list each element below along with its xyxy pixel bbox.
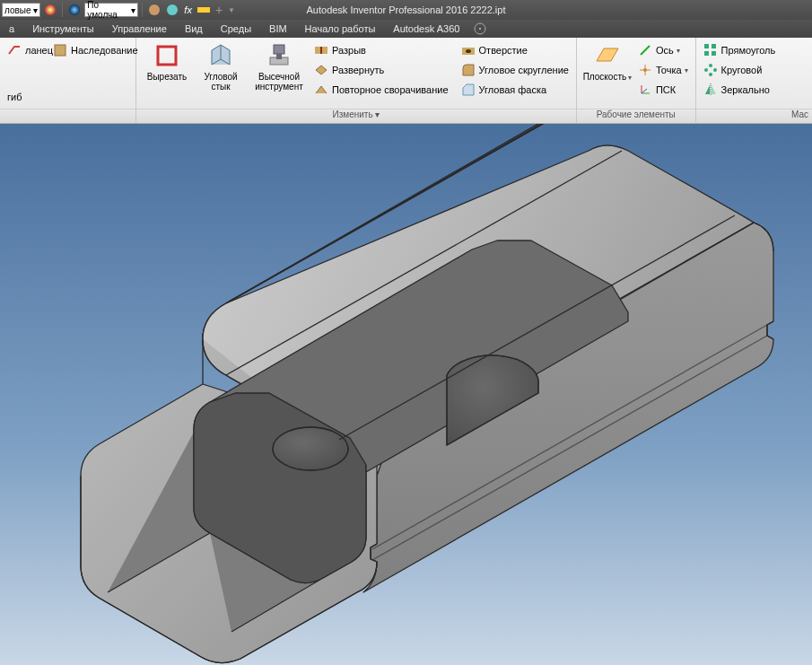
svg-point-0	[45, 4, 56, 15]
tab-environments[interactable]: Среды	[212, 20, 260, 38]
refold-label: Повторное сворачивание	[332, 84, 449, 95]
svg-point-27	[713, 68, 717, 72]
qat-sphere2-icon[interactable]	[164, 4, 180, 16]
punch-button[interactable]: Высечной инструмент	[248, 39, 310, 92]
plane-button[interactable]: Плоскость	[581, 39, 634, 92]
svg-rect-8	[158, 47, 176, 65]
bend-button[interactable]: гиб	[4, 87, 132, 107]
unfold-button[interactable]: Развернуть	[310, 60, 452, 80]
corner-chamfer-button[interactable]: Угловая фаска	[458, 80, 572, 100]
svg-rect-4	[197, 7, 210, 13]
tab-getstarted[interactable]: Начало работы	[296, 20, 385, 38]
circ-pattern-button[interactable]: Круговой	[700, 60, 780, 80]
flange-button[interactable]: ланец Наследование	[4, 40, 132, 60]
tab-a360[interactable]: Autodesk A360	[384, 20, 468, 38]
mirror-icon	[703, 83, 718, 97]
svg-rect-6	[479, 28, 481, 30]
svg-point-1	[69, 4, 80, 15]
rect-pattern-label: Прямоуголь	[721, 45, 776, 56]
flange-label: ланец	[25, 45, 53, 56]
tab-trunc-left[interactable]: а	[0, 20, 23, 38]
panel-work-features: Плоскость Ось▾ Точка▾ ПСК Рабочие элемен…	[577, 38, 696, 123]
cut-button[interactable]: Вырезать	[140, 39, 194, 92]
corner-round-button[interactable]: Угловое скругление	[458, 60, 572, 80]
rip-icon	[314, 43, 328, 57]
tab-view[interactable]: Вид	[176, 20, 212, 38]
punch-icon	[265, 41, 293, 70]
fx-parameters-button[interactable]: fx	[182, 4, 194, 15]
svg-point-2	[149, 4, 160, 15]
hole-label: Отверстие	[479, 45, 528, 56]
hole-icon	[461, 43, 476, 57]
qat-measure-icon[interactable]	[196, 7, 212, 13]
corner-round-icon	[461, 63, 476, 77]
ucs-icon	[638, 83, 652, 97]
mirror-button[interactable]: Зеркально	[700, 80, 780, 100]
svg-point-3	[167, 4, 178, 15]
panel-modify-title[interactable]: Изменить ▾	[136, 109, 576, 123]
panel-create: ланец Наследование гиб	[0, 38, 136, 123]
tab-bim[interactable]: BIM	[260, 20, 296, 38]
point-label: Точка	[656, 65, 682, 75]
plane-label: Плоскость	[583, 72, 633, 92]
tab-manage[interactable]: Управление	[103, 20, 176, 38]
svg-rect-9	[274, 45, 284, 54]
corner-chamfer-icon	[461, 83, 476, 97]
qat-sphere1-icon[interactable]	[146, 4, 162, 16]
tab-help-icon[interactable]	[468, 20, 492, 38]
model-viewport[interactable]	[0, 124, 812, 665]
tab-tools[interactable]: Инструменты	[23, 20, 103, 38]
color-swatch-icon[interactable]	[66, 4, 83, 16]
material-combo[interactable]: ловые ▾	[2, 3, 40, 17]
ribbon: ланец Наследование гиб Вырезать Угл	[0, 38, 812, 124]
panel-pattern-title: Мас	[696, 109, 812, 123]
ucs-label: ПСК	[656, 84, 676, 95]
svg-rect-23	[712, 44, 716, 48]
ucs-button[interactable]: ПСК	[634, 80, 692, 100]
flange-icon	[7, 43, 22, 57]
model-render	[0, 124, 812, 665]
panel-create-title	[0, 109, 135, 123]
inherit-icon	[53, 43, 67, 57]
svg-point-29	[704, 68, 708, 72]
plane-icon	[593, 41, 622, 70]
svg-line-21	[642, 89, 647, 93]
style-combo-text: По умолча	[87, 0, 128, 20]
hole-button[interactable]: Отверстие	[458, 40, 572, 60]
corner-round-label: Угловое скругление	[479, 65, 569, 75]
rip-label: Разрыв	[332, 45, 366, 56]
mirror-label: Зеркально	[721, 84, 770, 95]
ribbon-tabstrip: а Инструменты Управление Вид Среды BIM Н…	[0, 20, 812, 38]
corner-chamfer-label: Угловая фаска	[479, 84, 547, 95]
style-combo[interactable]: По умолча ▾	[84, 3, 138, 17]
qat-add-icon[interactable]: +	[214, 4, 224, 16]
svg-rect-22	[704, 44, 709, 48]
svg-rect-24	[704, 51, 709, 56]
axis-button[interactable]: Ось▾	[634, 40, 692, 60]
rect-pattern-button[interactable]: Прямоуголь	[700, 40, 780, 60]
appearance-swatch-icon[interactable]	[42, 4, 58, 16]
spacer-row	[4, 60, 132, 87]
panel-modify: Вырезать Угловой стык Высечной инструмен…	[136, 38, 577, 123]
titlebar: ловые ▾ По умолча ▾ fx + ▼ Autodesk Inve…	[0, 0, 812, 20]
point-button[interactable]: Точка▾	[634, 60, 692, 80]
svg-rect-11	[276, 54, 282, 59]
corner-seam-button[interactable]: Угловой стык	[194, 39, 248, 92]
unfold-icon	[314, 63, 328, 77]
refold-icon	[314, 83, 328, 97]
svg-point-14	[466, 49, 471, 53]
corner-seam-label: Угловой стык	[196, 72, 246, 92]
punch-label: Высечной инструмент	[249, 72, 309, 92]
svg-rect-25	[712, 51, 716, 56]
svg-point-26	[709, 64, 712, 67]
panel-pattern: Прямоуголь Круговой Зеркально Мас	[696, 38, 812, 123]
refold-button[interactable]: Повторное сворачивание	[310, 80, 452, 100]
window-title: Autodesk Inventor Professional 2016 2222…	[307, 4, 506, 15]
qat-dropdown-icon[interactable]: ▼	[226, 6, 237, 14]
cut-label: Вырезать	[147, 72, 187, 92]
rect-pattern-icon	[703, 43, 718, 57]
circ-pattern-label: Круговой	[721, 65, 763, 75]
svg-line-15	[641, 46, 650, 55]
svg-rect-7	[55, 45, 65, 56]
rip-button[interactable]: Разрыв	[310, 40, 452, 60]
